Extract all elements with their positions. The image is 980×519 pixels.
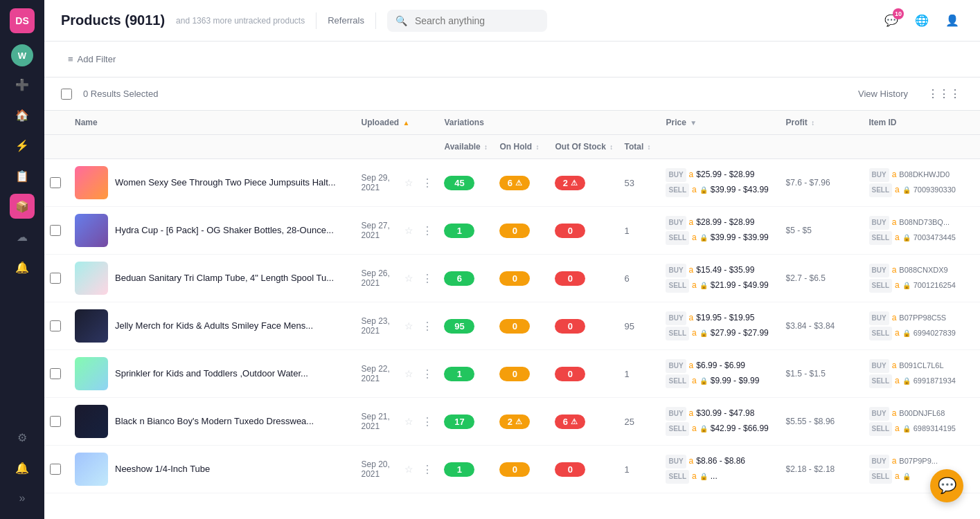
th-price[interactable]: Price ▼ bbox=[660, 111, 780, 135]
product-title[interactable]: Hydra Cup - [6 Pack] - OG Shaker Bottles… bbox=[115, 224, 334, 237]
row-menu-icon[interactable]: ⋮ bbox=[421, 318, 434, 334]
row-checkbox-cell bbox=[44, 446, 69, 493]
row-checkbox[interactable] bbox=[50, 464, 61, 475]
referrals-link[interactable]: Referrals bbox=[328, 15, 364, 26]
th-on-hold[interactable]: On Hold ↕ bbox=[494, 135, 549, 159]
buy-label: BUY bbox=[666, 455, 686, 468]
sidebar-item-alerts[interactable]: 🔔 bbox=[10, 455, 35, 480]
amazon-icon: a bbox=[689, 263, 694, 278]
warn-icon: ⚠ bbox=[515, 417, 522, 426]
amazon-icon: a bbox=[689, 311, 694, 326]
row-menu-icon[interactable]: ⋮ bbox=[421, 365, 434, 382]
uploaded-date: Sep 26, 2021 bbox=[361, 268, 398, 288]
notification-badge: 10 bbox=[893, 8, 904, 19]
row-available-cell: 1 bbox=[438, 446, 494, 493]
itemid-sell-label: SELL bbox=[869, 374, 893, 388]
star-icon[interactable]: ☆ bbox=[403, 318, 416, 334]
uploaded-date: Sep 22, 2021 bbox=[361, 364, 398, 383]
star-icon[interactable]: ☆ bbox=[403, 461, 416, 477]
uploaded-date: Sep 20, 2021 bbox=[361, 459, 398, 479]
row-checkbox[interactable] bbox=[50, 320, 61, 331]
sidebar-item-products[interactable]: 📦 bbox=[10, 194, 35, 219]
product-title[interactable]: Sprinkler for Kids and Toddlers ,Outdoor… bbox=[115, 367, 308, 380]
app-logo: DS bbox=[10, 8, 35, 33]
columns-button[interactable]: ⋮⋮⋮ bbox=[925, 84, 963, 103]
sidebar-item-add[interactable]: ➕ bbox=[10, 72, 35, 97]
avatar[interactable]: W bbox=[11, 44, 33, 66]
th-name[interactable]: Name bbox=[69, 111, 355, 135]
sort-uploaded-icon: ▲ bbox=[402, 119, 409, 127]
row-menu-icon[interactable]: ⋮ bbox=[421, 222, 434, 239]
itemid-lock-icon: 🔒 bbox=[902, 423, 911, 435]
view-history-button[interactable]: View History bbox=[853, 86, 914, 102]
row-total-cell: 1 bbox=[618, 207, 660, 255]
row-checkbox[interactable] bbox=[50, 177, 61, 188]
row-profit-cell: $1.5 - $1.5 bbox=[781, 350, 864, 398]
sort-profit-icon: ↕ bbox=[811, 119, 814, 127]
onhold-badge: 0 bbox=[499, 462, 530, 477]
row-menu-icon[interactable]: ⋮ bbox=[421, 174, 434, 191]
itemid-sell-value: 7001216254 bbox=[914, 279, 956, 293]
buy-price: $15.49 - $35.99 bbox=[696, 263, 754, 278]
topbar-icons: 💬 10 🌐 👤 bbox=[880, 10, 963, 32]
th-uploaded[interactable]: Uploaded ▲ bbox=[355, 111, 438, 135]
chat-fab[interactable]: 💬 bbox=[930, 469, 963, 502]
star-icon[interactable]: ☆ bbox=[403, 365, 416, 382]
main-content: Products (9011) and 1363 more untracked … bbox=[44, 0, 980, 519]
sidebar-item-home[interactable]: 🏠 bbox=[10, 102, 35, 127]
product-title[interactable]: Neeshow 1/4-Inch Tube bbox=[115, 463, 210, 475]
itemid-sell-value: 7009390330 bbox=[914, 183, 956, 197]
row-menu-icon[interactable]: ⋮ bbox=[421, 461, 434, 477]
sidebar-item-expand[interactable]: » bbox=[10, 486, 35, 511]
star-icon[interactable]: ☆ bbox=[403, 413, 416, 430]
th-out-of-stock[interactable]: Out Of Stock ↕ bbox=[549, 135, 618, 159]
product-title[interactable]: Black n Bianco Boy's Modern Tuxedo Dress… bbox=[115, 415, 314, 428]
row-oos-cell: 0 bbox=[549, 446, 618, 493]
onhold-badge: 0 bbox=[499, 271, 530, 286]
th-total[interactable]: Total ↕ bbox=[618, 135, 660, 159]
row-checkbox[interactable] bbox=[50, 368, 61, 379]
row-available-cell: 1 bbox=[438, 350, 494, 398]
lock-icon: 🔒 bbox=[700, 232, 708, 244]
row-checkbox[interactable] bbox=[50, 416, 61, 427]
star-icon[interactable]: ☆ bbox=[403, 222, 416, 239]
row-profit-cell: $7.6 - $7.96 bbox=[781, 159, 864, 207]
settings-button[interactable]: 🌐 bbox=[911, 10, 933, 32]
itemid-sell-amz-icon: a bbox=[895, 183, 900, 198]
sell-price: $9.99 - $9.99 bbox=[711, 374, 760, 389]
search-input[interactable] bbox=[387, 10, 547, 32]
sidebar-item-orders[interactable]: 📋 bbox=[10, 163, 35, 188]
product-title[interactable]: Women Sexy See Through Two Piece Jumpsui… bbox=[115, 176, 336, 189]
sidebar-item-activity[interactable]: ⚡ bbox=[10, 133, 35, 158]
row-checkbox[interactable] bbox=[50, 225, 61, 236]
sidebar-item-settings[interactable]: ⚙ bbox=[10, 425, 35, 450]
star-icon[interactable]: ☆ bbox=[403, 270, 416, 286]
user-button[interactable]: 👤 bbox=[941, 10, 963, 32]
itemid-sell-label: SELL bbox=[869, 279, 893, 293]
row-price-cell: BUY a $19.95 - $19.95 SELL a 🔒 $27.99 - … bbox=[660, 302, 780, 350]
th-checkbox bbox=[44, 111, 69, 135]
row-menu-icon[interactable]: ⋮ bbox=[421, 270, 434, 286]
row-price-cell: BUY a $6.99 - $6.99 SELL a 🔒 $9.99 - $9.… bbox=[660, 350, 780, 398]
product-title[interactable]: Jelly Merch for Kids & Adults Smiley Fac… bbox=[115, 320, 313, 332]
itemid-lock-icon: 🔒 bbox=[902, 375, 911, 388]
product-title[interactable]: Beduan Sanitary Tri Clamp Tube, 4" Lengt… bbox=[115, 272, 334, 284]
sidebar-item-notifications[interactable]: 🔔 bbox=[10, 255, 35, 280]
th-profit[interactable]: Profit ↕ bbox=[781, 111, 864, 135]
sell-price: $21.99 - $49.99 bbox=[711, 278, 769, 293]
th-itemid-sub bbox=[864, 135, 981, 159]
row-checkbox[interactable] bbox=[50, 273, 61, 284]
sidebar-item-upload[interactable]: ☁ bbox=[10, 224, 35, 249]
sort-total-icon: ↕ bbox=[648, 143, 651, 151]
notification-button[interactable]: 💬 10 bbox=[880, 10, 902, 32]
itemid-sell-label: SELL bbox=[869, 327, 893, 340]
star-icon[interactable]: ☆ bbox=[403, 174, 416, 191]
row-profit-cell: $2.7 - $6.5 bbox=[781, 255, 864, 302]
itemid-amz-icon: a bbox=[892, 311, 897, 326]
itemid-buy-value: B088CNXDX9 bbox=[899, 264, 947, 277]
select-all-checkbox[interactable] bbox=[61, 89, 72, 100]
add-filter-button[interactable]: ≡ Add Filter bbox=[61, 50, 123, 69]
row-menu-icon[interactable]: ⋮ bbox=[421, 413, 434, 430]
th-available[interactable]: Available ↕ bbox=[438, 135, 494, 159]
itemid-sell-label: SELL bbox=[869, 422, 893, 436]
